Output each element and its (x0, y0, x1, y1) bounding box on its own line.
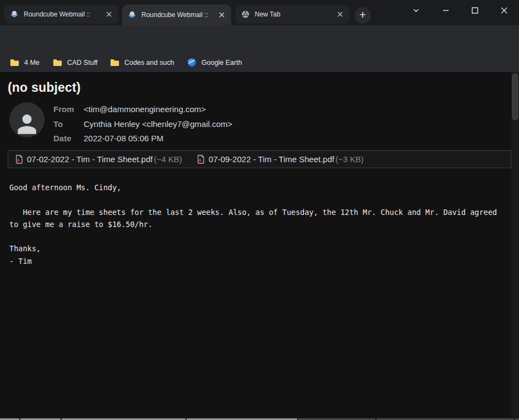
tab-title: Roundcube Webmail :: (24, 10, 101, 18)
attachment-1[interactable]: 07-02-2022 - Tim - Time Sheet.pdf (~4 KB… (15, 151, 182, 168)
webmail-message-view: (no subject) From <tim@dammonengineering… (0, 72, 519, 420)
chrome-favicon-icon (241, 10, 250, 19)
from-label: From (53, 104, 84, 115)
date-value: 2022-07-08 05:06 PM (84, 134, 163, 145)
bookmark-folder-codes-and-such[interactable]: Codes and such (110, 53, 174, 72)
tab-new-tab[interactable]: New Tab (236, 5, 349, 24)
header-row-date: Date 2022-07-08 05:06 PM (53, 134, 163, 145)
to-label: To (53, 119, 84, 130)
attachment-2[interactable]: 07-09-2022 - Tim - Time Sheet.pdf (~3 KB… (196, 151, 364, 168)
attachment-size: (~4 KB) (154, 154, 182, 164)
pdf-file-icon (15, 154, 23, 164)
roundcube-favicon-icon (10, 10, 19, 19)
tab-close-icon[interactable] (335, 9, 345, 19)
tab-roundcube-2-active[interactable]: Roundcube Webmail :: (122, 4, 231, 25)
folder-icon (110, 59, 119, 67)
attachment-size: (~3 KB) (335, 154, 363, 164)
date-label: Date (53, 134, 84, 145)
bookmark-label: CAD Stuff (67, 59, 97, 67)
person-icon (13, 110, 41, 137)
tab-search-chevron-icon[interactable] (411, 5, 422, 16)
tab-title: New Tab (255, 10, 332, 18)
bookmark-folder-cad-stuff[interactable]: CAD Stuff (53, 53, 97, 72)
browser-toolbar: https://www.dammonengineering.com:2096/c… (0, 25, 519, 53)
sender-avatar (9, 102, 45, 137)
window-maximize-button[interactable] (469, 5, 480, 16)
window-minimize-button[interactable] (440, 5, 451, 16)
attachments-bar: 07-02-2022 - Tim - Time Sheet.pdf (~4 KB… (8, 150, 511, 168)
header-row-to: To Cynthia Henley <clhenley7@gmail.com> (53, 119, 232, 130)
tab-close-icon[interactable] (104, 9, 114, 19)
to-value: Cynthia Henley <clhenley7@gmail.com> (84, 119, 232, 130)
page-scrollbar[interactable] (511, 72, 519, 420)
bookmark-label: Google Earth (201, 59, 242, 67)
tab-roundcube-1[interactable]: Roundcube Webmail :: (4, 5, 118, 24)
bookmark-folder-4-me[interactable]: 4 Me (10, 53, 40, 72)
new-tab-button[interactable]: + (354, 7, 371, 24)
bookmark-label: Codes and such (124, 59, 174, 67)
from-value: <tim@dammonengineering.com> (84, 104, 206, 115)
message-body: Good afternoon Ms. Cindy, Here are my ti… (9, 181, 505, 267)
bookmark-google-earth[interactable]: Google Earth (187, 53, 242, 72)
folder-icon (10, 59, 19, 67)
scrollbar-thumb[interactable] (512, 73, 518, 120)
tab-title: Roundcube Webmail :: (141, 11, 214, 19)
header-row-from: From <tim@dammonengineering.com> (53, 104, 206, 115)
bookmark-label: 4 Me (24, 59, 40, 67)
tab-strip: Roundcube Webmail :: Roundcube Webmail :… (0, 0, 519, 25)
message-subject: (no subject) (8, 80, 81, 95)
window-close-button[interactable] (499, 5, 510, 16)
attachment-name: 07-02-2022 - Tim - Time Sheet.pdf (27, 154, 152, 164)
bookmarks-bar: 4 Me CAD Stuff Codes and such Google Ear… (0, 53, 519, 72)
roundcube-favicon-icon (128, 10, 136, 19)
pdf-file-icon (196, 154, 205, 164)
bottom-edge-strip (0, 418, 519, 420)
browser-window: Roundcube Webmail :: Roundcube Webmail :… (0, 0, 519, 420)
tab-close-icon[interactable] (217, 10, 227, 20)
folder-icon (53, 59, 62, 67)
attachment-name: 07-09-2022 - Tim - Time Sheet.pdf (209, 154, 334, 164)
google-earth-globe-icon (187, 58, 196, 67)
